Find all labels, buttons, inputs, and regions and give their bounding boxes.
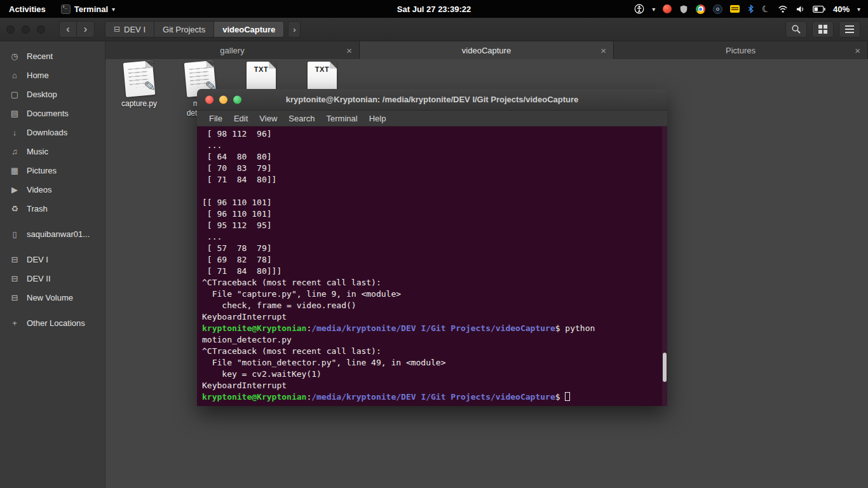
phone-icon: ▯ xyxy=(9,229,20,239)
sidebar-item-music[interactable]: ♫Music xyxy=(0,142,105,161)
chrome-center xyxy=(699,8,702,11)
terminal-line: [[ 96 110 101] xyxy=(202,197,662,208)
folded-corner xyxy=(330,62,337,69)
videos-icon: ▶ xyxy=(9,185,20,194)
sidebar-item-new-volume[interactable]: ⊟New Volume xyxy=(0,288,105,307)
menu-file[interactable]: File xyxy=(203,114,228,123)
terminal-line: File "capture.py", line 9, in <module> xyxy=(202,288,662,300)
path-segment-label: DEV I xyxy=(124,25,146,34)
tab-label: gallery xyxy=(220,46,244,55)
sidebar-item-label: Pictures xyxy=(27,166,57,175)
steam-inner xyxy=(716,8,719,11)
shield-icon[interactable] xyxy=(679,4,688,14)
terminal-window-controls xyxy=(205,95,241,104)
terminal-line: [ 71 84 80]] xyxy=(202,174,662,186)
sidebar-item-saquibanwar01[interactable]: ▯saquibanwar01... xyxy=(0,224,105,243)
volume-icon[interactable] xyxy=(796,5,805,13)
file-name: capture.py xyxy=(121,99,157,109)
sidebar-item-dev-ii[interactable]: ⊟DEV II xyxy=(0,269,105,288)
terminal-line: ... xyxy=(202,231,662,243)
terminal-titlebar[interactable]: kryptonite@Kryptonian: /media/kryptonite… xyxy=(197,89,667,111)
sidebar-item-label: Recent xyxy=(27,51,53,61)
sidebar-item-label: Other Locations xyxy=(27,318,85,328)
terminal-line: [ 95 112 95] xyxy=(202,220,662,231)
menu-help[interactable]: Help xyxy=(363,114,392,123)
drive-icon: ⊟ xyxy=(9,255,20,264)
sidebar-item-trash[interactable]: ♻Trash xyxy=(0,199,105,218)
bluetooth-icon[interactable] xyxy=(747,4,754,13)
window-controls xyxy=(6,25,45,34)
tab-close-icon[interactable]: × xyxy=(600,45,606,56)
terminal-window[interactable]: kryptonite@Kryptonian: /media/kryptonite… xyxy=(197,89,667,406)
sidebar-item-home[interactable]: ⌂Home xyxy=(0,65,105,85)
search-button[interactable] xyxy=(785,21,807,37)
close-button[interactable] xyxy=(205,95,214,104)
path-segment-videocapture[interactable]: videoCapture xyxy=(214,22,283,37)
file-capture-py[interactable]: ✎capture.py xyxy=(117,62,161,109)
sidebar-item-other-locations[interactable]: +Other Locations xyxy=(0,313,105,332)
terminal-menubar: FileEditViewSearchTerminalHelp xyxy=(197,111,667,126)
sidebar-item-documents[interactable]: ▤Documents xyxy=(0,104,105,123)
wifi-icon[interactable] xyxy=(778,5,788,13)
window-close-button[interactable] xyxy=(6,25,15,34)
window-maximize-button[interactable] xyxy=(37,25,45,34)
sidebar-item-downloads[interactable]: ↓Downloads xyxy=(0,123,105,142)
documents-icon: ▤ xyxy=(9,109,20,118)
maximize-button[interactable] xyxy=(233,95,241,104)
forward-button[interactable]: › xyxy=(77,21,95,37)
tab-videocapture[interactable]: videoCapture× xyxy=(360,41,614,59)
clock[interactable]: Sat Jul 27 23:39:22 xyxy=(397,4,471,14)
terminal-line: ... xyxy=(202,140,662,151)
focused-app-menu[interactable]: Terminal ▾ xyxy=(61,4,115,14)
tab-close-icon[interactable]: × xyxy=(855,45,860,56)
chevron-down-icon[interactable]: ▾ xyxy=(857,6,860,13)
menu-edit[interactable]: Edit xyxy=(228,114,254,123)
chevron-down-icon: ▾ xyxy=(112,6,115,13)
terminal-title: kryptonite@Kryptonian: /media/kryptonite… xyxy=(286,95,579,104)
menu-view[interactable]: View xyxy=(254,114,283,123)
chrome-inner xyxy=(698,6,703,11)
menu-search[interactable]: Search xyxy=(283,114,320,123)
night-light-icon[interactable]: ☾ xyxy=(761,3,771,15)
terminal-body[interactable]: [ 98 112 96] ... [ 64 80 80] [ 70 83 79]… xyxy=(197,126,667,406)
folded-corner xyxy=(269,62,276,69)
sidebar-item-dev-i[interactable]: ⊟DEV I xyxy=(0,250,105,269)
back-button[interactable]: ‹ xyxy=(59,21,77,37)
sidebar-item-label: DEV II xyxy=(27,274,51,283)
sidebar-item-desktop[interactable]: ▢Desktop xyxy=(0,85,105,104)
accessibility-icon[interactable] xyxy=(634,4,644,14)
app-indicator-red-icon[interactable] xyxy=(663,4,672,13)
window-minimize-button[interactable] xyxy=(22,25,30,34)
terminal-line: motion_detector.py xyxy=(202,334,662,346)
terminal-line: kryptonite@Kryptonian:/media/kryptonite/… xyxy=(202,391,662,403)
menu-terminal[interactable]: Terminal xyxy=(321,114,363,123)
folded-corner xyxy=(207,60,214,68)
activities-button[interactable]: Activities xyxy=(0,4,55,14)
folded-corner xyxy=(146,60,153,68)
sidebar-item-label: Trash xyxy=(27,204,48,214)
terminal-line: KeyboardInterrupt xyxy=(202,380,662,391)
battery-icon[interactable] xyxy=(813,6,825,13)
keyboard-indicator-icon[interactable] xyxy=(730,5,740,13)
menu-button[interactable] xyxy=(839,21,860,37)
sidebar-item-recent[interactable]: ◷Recent xyxy=(0,46,105,65)
home-icon: ⌂ xyxy=(9,71,20,80)
tab-pictures[interactable]: Pictures× xyxy=(614,41,868,59)
chrome-icon[interactable] xyxy=(696,4,705,14)
minimize-button[interactable] xyxy=(219,95,227,104)
terminal-line: [ 98 112 96] xyxy=(202,128,662,140)
hamburger-icon xyxy=(845,25,854,33)
tab-close-icon[interactable]: × xyxy=(346,45,352,56)
sidebar-item-videos[interactable]: ▶Videos xyxy=(0,180,105,199)
sidebar-item-pictures[interactable]: ▦Pictures xyxy=(0,161,105,180)
view-toggle-button[interactable] xyxy=(812,21,834,37)
path-overflow-button[interactable]: › xyxy=(288,21,301,37)
terminal-scrollbar[interactable] xyxy=(662,126,667,406)
path-segment-git-projects[interactable]: Git Projects xyxy=(154,22,214,37)
recent-icon: ◷ xyxy=(9,51,20,61)
terminal-scrollbar-thumb[interactable] xyxy=(663,353,667,382)
path-segment-dev-i[interactable]: ⊟DEV I xyxy=(105,22,154,37)
steam-icon[interactable] xyxy=(713,4,722,14)
tab-gallery[interactable]: gallery× xyxy=(105,41,360,59)
terminal-line: File "motion_detector.py", line 49, in <… xyxy=(202,357,662,369)
